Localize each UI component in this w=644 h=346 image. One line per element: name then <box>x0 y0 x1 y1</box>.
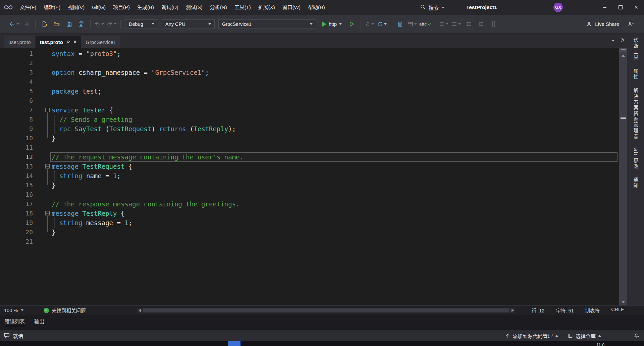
document-tab[interactable]: user.proto <box>4 36 35 48</box>
scroll-left-button[interactable] <box>137 308 142 313</box>
code-line[interactable]: 8 // Sends a greeting <box>0 115 619 124</box>
code-text[interactable] <box>50 58 618 68</box>
comment-button[interactable] <box>438 19 449 30</box>
scrollbar-track[interactable] <box>142 308 510 313</box>
code-line[interactable]: 17// The response message containing the… <box>0 199 619 209</box>
taskbar-app-indicator[interactable] <box>228 341 240 346</box>
spell-check-button[interactable]: abc <box>419 19 431 30</box>
menu-item[interactable]: 扩展(X) <box>255 0 279 15</box>
pin-icon[interactable] <box>66 40 70 44</box>
save-button[interactable] <box>64 19 74 30</box>
outdent-button[interactable] <box>463 19 474 30</box>
gear-icon[interactable] <box>620 38 625 44</box>
code-text[interactable]: string message = 1; <box>50 218 618 228</box>
code-text[interactable]: message TestReply { <box>50 209 618 218</box>
close-button[interactable]: × <box>628 0 644 15</box>
code-text[interactable] <box>50 190 618 199</box>
code-line[interactable]: 2 <box>0 58 619 68</box>
select-repository-button[interactable]: 选择仓库 <box>563 332 606 339</box>
navigate-back-button[interactable] <box>9 19 19 30</box>
account-avatar[interactable]: GX <box>553 3 563 12</box>
live-share-button[interactable]: Live Share <box>586 19 619 30</box>
scrollbar-thumb[interactable] <box>143 308 509 312</box>
scroll-right-button[interactable] <box>510 308 515 313</box>
code-line[interactable]: 12// The request message containing the … <box>0 152 619 162</box>
indent-mode-indicator[interactable]: 制表符 <box>585 307 600 314</box>
side-tool-tab[interactable]: Git 更改 <box>632 147 639 169</box>
side-tool-tab[interactable]: 诊断工具 <box>632 38 639 60</box>
toolbar-overflow-button[interactable] <box>488 19 499 30</box>
hot-reload-button[interactable] <box>364 19 375 30</box>
document-list-chevron-icon[interactable] <box>612 40 614 42</box>
code-line[interactable]: 19 string message = 1; <box>0 218 619 228</box>
open-file-button[interactable] <box>51 19 62 30</box>
undo-button[interactable] <box>94 19 105 30</box>
menu-item[interactable]: 分析(N) <box>206 0 231 15</box>
code-text[interactable]: // The request message containing the us… <box>50 152 618 162</box>
code-text[interactable]: } <box>50 181 618 190</box>
code-text[interactable]: // Sends a greeting <box>50 115 618 124</box>
start-without-debugging-button[interactable] <box>346 19 357 30</box>
maximize-button[interactable] <box>612 0 628 15</box>
start-debugging-button[interactable]: http <box>319 19 345 30</box>
code-text[interactable] <box>50 143 618 152</box>
code-text[interactable]: service Tester { <box>50 105 618 115</box>
code-line[interactable]: 7service Tester { <box>0 105 619 115</box>
scroll-up-button[interactable] <box>619 53 627 58</box>
code-line[interactable]: 16 <box>0 190 619 199</box>
save-all-button[interactable] <box>76 19 87 30</box>
startup-project-dropdown[interactable]: GrpcService1 <box>218 19 316 29</box>
code-text[interactable] <box>50 237 618 246</box>
menu-item[interactable]: 文件(F) <box>16 0 40 15</box>
side-tool-tab[interactable]: 通知 <box>632 177 639 189</box>
menu-item[interactable]: 测试(S) <box>182 0 206 15</box>
menu-item[interactable]: 窗口(W) <box>279 0 304 15</box>
new-file-button[interactable] <box>39 19 50 30</box>
editor-split-handle[interactable] <box>619 48 627 52</box>
panel-tab[interactable]: 输出 <box>34 317 44 326</box>
code-text[interactable]: // The response message containing the g… <box>50 199 618 209</box>
code-text[interactable]: string name = 1; <box>50 171 618 181</box>
line-ending-indicator[interactable]: CRLF <box>611 307 624 314</box>
platform-dropdown[interactable]: Any CPU <box>162 19 215 29</box>
code-line[interactable]: 13message TestRequest { <box>0 162 619 171</box>
menu-item[interactable]: 生成(B) <box>133 0 158 15</box>
menu-item[interactable]: Git(G) <box>88 0 109 15</box>
menu-item[interactable]: 编辑(E) <box>40 0 64 15</box>
fold-collapse-icon[interactable] <box>45 211 50 215</box>
code-text[interactable]: message TestRequest { <box>50 162 618 171</box>
menu-item[interactable]: 工具(T) <box>231 0 255 15</box>
uncomment-button[interactable] <box>451 19 462 30</box>
add-to-source-control-button[interactable]: 添加到源代码管理 <box>501 332 563 339</box>
horizontal-scrollbar[interactable] <box>137 308 515 313</box>
code-text[interactable]: syntax = "proto3"; <box>50 49 618 58</box>
notifications-bell-icon[interactable] <box>634 333 639 339</box>
close-tab-icon[interactable]: × <box>73 39 76 45</box>
code-line[interactable]: 3option csharp_namespace = "GrpcService1… <box>0 68 619 77</box>
side-tool-tab[interactable]: 解决方案资源管理器 <box>632 88 639 139</box>
code-text[interactable]: } <box>50 134 618 143</box>
navigate-forward-button[interactable] <box>21 19 32 30</box>
menu-item[interactable]: 调试(D) <box>158 0 182 15</box>
taskbar-clock[interactable]: 11:0 <box>596 342 604 346</box>
code-editor[interactable]: 1syntax = "proto3";23option csharp_names… <box>0 48 619 305</box>
code-text[interactable]: } <box>50 228 618 237</box>
restart-button[interactable] <box>377 19 387 30</box>
panel-tab[interactable]: 错误列表 <box>5 317 25 326</box>
code-line[interactable]: 10} <box>0 134 619 143</box>
document-tab[interactable]: GrpcService1 <box>81 36 120 48</box>
code-line[interactable]: 21 <box>0 237 619 246</box>
scroll-down-button[interactable] <box>619 299 627 305</box>
indent-button[interactable] <box>476 19 486 30</box>
code-line[interactable]: 5package test; <box>0 87 619 96</box>
code-line[interactable]: 6 <box>0 96 619 105</box>
side-tool-tab[interactable]: 属性 <box>632 68 639 80</box>
search-box[interactable]: 搜索 <box>420 0 444 15</box>
vertical-scrollbar[interactable] <box>619 48 627 305</box>
window-layout-button[interactable] <box>407 19 418 30</box>
minimize-button[interactable] <box>597 0 612 15</box>
code-text[interactable] <box>50 77 618 87</box>
code-text[interactable]: package test; <box>50 87 618 96</box>
code-line[interactable]: 15} <box>0 181 619 190</box>
caret-column-indicator[interactable]: 字符: 51 <box>556 307 574 314</box>
